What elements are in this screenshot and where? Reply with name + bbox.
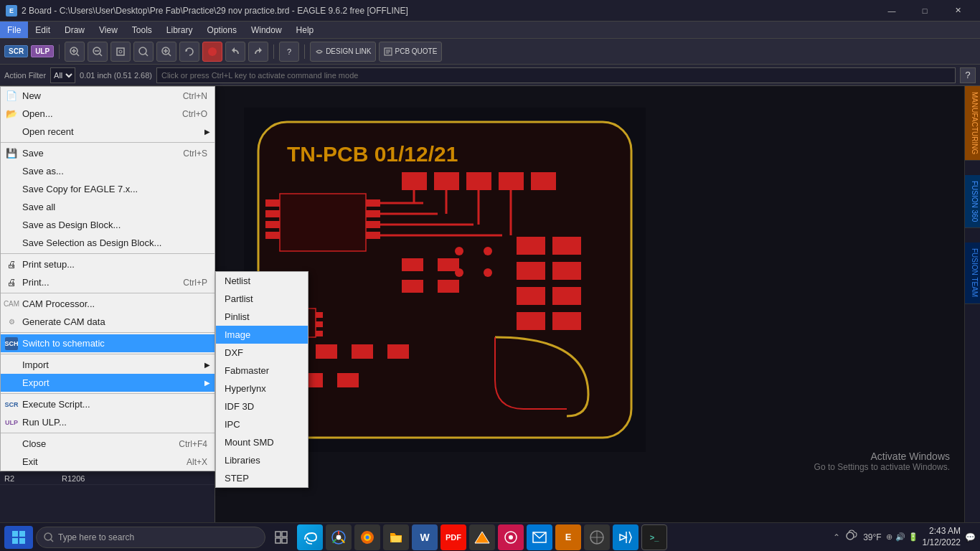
export-idf3d[interactable]: IDF 3D: [216, 397, 308, 415]
fusion-team-panel-btn[interactable]: FUSION TEAM: [965, 242, 980, 303]
scr-button[interactable]: SCR: [4, 45, 28, 57]
menu-save-selection[interactable]: Save Selection as Design Block...: [1, 234, 215, 252]
svg-rect-31: [366, 199, 380, 207]
svg-rect-49: [402, 258, 423, 271]
pcb-quote-button[interactable]: PCB QUOTE: [379, 42, 442, 62]
toolbar: SCR ULP ? DESIGN LINK PCB QUOTE: [0, 39, 980, 65]
export-pinlist[interactable]: Pinlist: [216, 308, 308, 326]
menu-save-as[interactable]: Save as...: [1, 162, 215, 180]
menu-view[interactable]: View: [92, 22, 125, 38]
menu-switch-schematic[interactable]: SCH Switch to schematic: [1, 334, 215, 352]
table-row[interactable]: R2 R1206: [0, 473, 215, 485]
close-shortcut: Ctrl+F4: [164, 439, 207, 449]
menu-save-copy[interactable]: Save Copy for EAGLE 7.x...: [1, 180, 215, 198]
menu-new[interactable]: 📄 New Ctrl+N: [1, 87, 215, 105]
svg-text:TN-PCB 01/12/21: TN-PCB 01/12/21: [287, 142, 458, 166]
menu-open[interactable]: 📂 Open... Ctrl+O: [1, 105, 215, 123]
menu-tools[interactable]: Tools: [125, 22, 159, 38]
part-r2-name: R1206: [62, 474, 126, 483]
menu-draw[interactable]: Draw: [57, 22, 92, 38]
design-link-button[interactable]: DESIGN LINK: [310, 42, 376, 62]
zoom-area-button[interactable]: [133, 42, 154, 62]
menu-window[interactable]: Window: [244, 22, 289, 38]
menu-edit[interactable]: Edit: [28, 22, 57, 38]
notification-icon[interactable]: 💬: [965, 532, 976, 542]
left-panel: 📄 New Ctrl+N 📂 Open... Ctrl+O Open recen…: [0, 86, 215, 529]
export-hyperlynx[interactable]: Hyperlynx: [216, 380, 308, 397]
menu-new-label: New: [22, 90, 41, 101]
action-filter-select[interactable]: All: [50, 67, 75, 83]
task-view-button[interactable]: [268, 524, 294, 550]
cmd-help-button[interactable]: ?: [960, 67, 976, 83]
export-image[interactable]: Image: [216, 326, 308, 344]
maximize-button[interactable]: □: [908, 0, 941, 22]
command-input[interactable]: [156, 67, 956, 83]
eagle-app[interactable]: E: [555, 524, 581, 550]
chrome-app[interactable]: [326, 524, 352, 550]
menu-execute-script[interactable]: SCR Execute Script...: [1, 395, 215, 413]
svg-rect-29: [265, 221, 280, 228]
export-fabmaster[interactable]: Fabmaster: [216, 362, 308, 380]
svg-marker-95: [475, 532, 489, 543]
menu-options[interactable]: Options: [200, 22, 244, 38]
menu-library[interactable]: Library: [159, 22, 200, 38]
menu-print-setup[interactable]: 🖨 Print setup...: [1, 255, 215, 273]
export-step[interactable]: STEP: [216, 469, 308, 487]
export-mount-smd[interactable]: Mount SMD: [216, 433, 308, 451]
menu-run-ulp[interactable]: ULP Run ULP...: [1, 413, 215, 431]
menu-help[interactable]: Help: [289, 22, 321, 38]
edge-app[interactable]: [297, 524, 323, 550]
menu-save-all[interactable]: Save all: [1, 198, 215, 216]
refresh-button[interactable]: [179, 42, 199, 62]
undo-button[interactable]: [225, 42, 245, 62]
menu-file[interactable]: File: [0, 22, 28, 38]
menu-exit[interactable]: Exit Alt+X: [1, 453, 215, 471]
taskbar-search[interactable]: Type here to search: [36, 527, 265, 548]
vlc-app[interactable]: [469, 524, 495, 550]
export-partlist[interactable]: Partlist: [216, 290, 308, 308]
mail-icon: [532, 532, 547, 543]
menu-cam-processor[interactable]: CAM CAM Processor...: [1, 295, 215, 313]
pcb-canvas[interactable]: TN-PCB 01/12/21: [215, 86, 964, 529]
start-button[interactable]: [4, 526, 33, 549]
word-app[interactable]: W: [412, 524, 438, 550]
zoom-fit-button[interactable]: [110, 42, 131, 62]
vscode-app[interactable]: [613, 524, 639, 550]
firefox-app[interactable]: [354, 524, 380, 550]
app-icon: E: [6, 5, 17, 17]
menu-save[interactable]: 💾 Save Ctrl+S: [1, 144, 215, 162]
browser-app2[interactable]: [584, 524, 610, 550]
svg-line-5: [99, 53, 102, 56]
menu-close-label: Close: [22, 438, 46, 449]
menu-open-recent[interactable]: Open recent: [1, 123, 215, 141]
zoom-out-button[interactable]: [88, 42, 108, 62]
export-dxf[interactable]: DXF: [216, 344, 308, 362]
menu-close[interactable]: Close Ctrl+F4: [1, 435, 215, 453]
export-netlist[interactable]: Netlist: [216, 272, 308, 290]
help-button[interactable]: ?: [279, 42, 299, 62]
zoom-cursor-button[interactable]: [156, 42, 176, 62]
music-app[interactable]: [498, 524, 524, 550]
tray-arrow[interactable]: ⌃: [833, 532, 840, 542]
redo-icon: [253, 47, 263, 57]
export-ipc[interactable]: IPC: [216, 415, 308, 433]
stop-button[interactable]: [202, 42, 222, 62]
menu-import[interactable]: Import: [1, 356, 215, 374]
menu-save-design-block[interactable]: Save as Design Block...: [1, 216, 215, 234]
zoom-in-button[interactable]: [65, 42, 85, 62]
export-libraries[interactable]: Libraries: [216, 451, 308, 469]
menu-print[interactable]: 🖨 Print... Ctrl+P: [1, 273, 215, 291]
terminal-app[interactable]: >_: [641, 524, 667, 550]
manufacturing-panel-btn[interactable]: MANUFACTURING: [965, 86, 980, 161]
ulp-button[interactable]: ULP: [31, 45, 54, 57]
redo-button[interactable]: [248, 42, 268, 62]
mail-app[interactable]: [527, 524, 552, 550]
toolbar-separator-1: [59, 44, 60, 59]
pdf-app[interactable]: PDF: [440, 524, 466, 550]
fusion360-panel-btn[interactable]: FUSION 360: [965, 175, 980, 228]
files-app[interactable]: [383, 524, 409, 550]
close-button[interactable]: ✕: [941, 0, 974, 22]
menu-generate-cam[interactable]: ⚙ Generate CAM data: [1, 313, 215, 331]
menu-export[interactable]: Export: [1, 374, 215, 392]
minimize-button[interactable]: —: [875, 0, 908, 22]
